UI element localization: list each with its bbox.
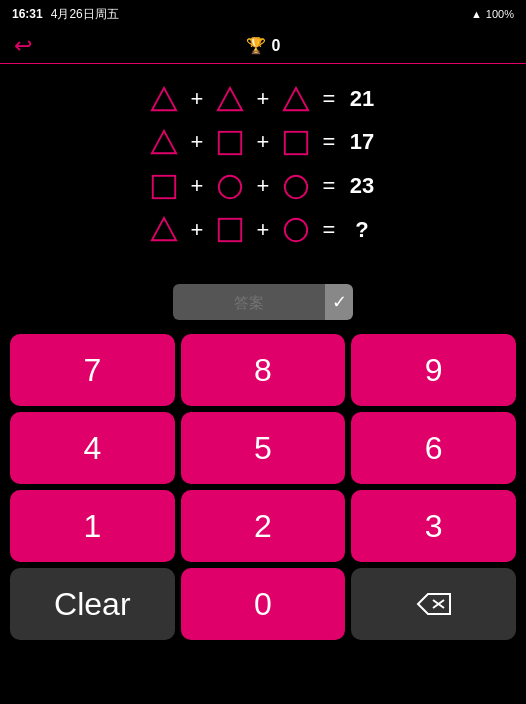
- svg-marker-12: [418, 594, 450, 614]
- shape-square: [215, 128, 245, 158]
- svg-point-8: [285, 176, 307, 198]
- shape-triangle: [215, 84, 245, 114]
- shape-circle: [281, 215, 311, 245]
- back-button[interactable]: ↩: [14, 33, 32, 59]
- equals: =: [321, 129, 337, 155]
- top-bar: ↩ 🏆 0: [0, 28, 526, 64]
- numpad-3[interactable]: 3: [351, 490, 516, 562]
- numpad-6[interactable]: 6: [351, 412, 516, 484]
- svg-rect-5: [285, 132, 307, 154]
- equals: =: [321, 86, 337, 112]
- result-3: 23: [347, 173, 377, 199]
- status-bar: 16:31 4月26日周五 ▲ 100%: [0, 0, 526, 28]
- puzzle-row-4: + + = ?: [60, 215, 466, 245]
- answer-input[interactable]: [173, 284, 325, 320]
- status-right: ▲ 100%: [471, 8, 514, 20]
- operator-plus: +: [189, 217, 205, 243]
- shape-triangle: [149, 128, 179, 158]
- operator-plus: +: [189, 86, 205, 112]
- numpad-5[interactable]: 5: [181, 412, 346, 484]
- numpad-9[interactable]: 9: [351, 334, 516, 406]
- result-2: 17: [347, 129, 377, 155]
- numpad-8[interactable]: 8: [181, 334, 346, 406]
- svg-marker-2: [284, 87, 308, 109]
- status-time: 16:31: [12, 7, 43, 21]
- trophy-icon: 🏆: [246, 36, 266, 55]
- shape-circle: [215, 171, 245, 201]
- confirm-button[interactable]: ✓: [325, 284, 353, 320]
- equals: =: [321, 173, 337, 199]
- backspace-icon: [416, 590, 452, 618]
- svg-rect-4: [219, 132, 241, 154]
- operator-plus: +: [189, 129, 205, 155]
- numpad: 7 8 9 4 5 6 1 2 3 Clear 0: [0, 328, 526, 646]
- answer-area: ✓: [173, 284, 353, 320]
- svg-marker-0: [152, 87, 176, 109]
- shape-square: [281, 128, 311, 158]
- shape-triangle: [281, 84, 311, 114]
- operator-plus: +: [255, 217, 271, 243]
- score-value: 0: [272, 37, 281, 55]
- operator-plus: +: [255, 86, 271, 112]
- battery-icon: 100%: [486, 8, 514, 20]
- numpad-4[interactable]: 4: [10, 412, 175, 484]
- puzzle-row-3: + + = 23: [60, 171, 466, 201]
- equals: =: [321, 217, 337, 243]
- shape-square: [149, 171, 179, 201]
- shape-triangle: [149, 84, 179, 114]
- puzzle-row-1: + + = 21: [60, 84, 466, 114]
- svg-rect-10: [219, 219, 241, 241]
- status-date: 4月26日周五: [51, 6, 119, 23]
- svg-marker-1: [218, 87, 242, 109]
- svg-point-7: [219, 176, 241, 198]
- shape-triangle: [149, 215, 179, 245]
- numpad-2[interactable]: 2: [181, 490, 346, 562]
- numpad-7[interactable]: 7: [10, 334, 175, 406]
- svg-point-11: [285, 219, 307, 241]
- shape-circle: [281, 171, 311, 201]
- clear-button[interactable]: Clear: [10, 568, 175, 640]
- shape-square: [215, 215, 245, 245]
- svg-marker-9: [152, 218, 176, 240]
- backspace-button[interactable]: [351, 568, 516, 640]
- score-container: 🏆 0: [246, 36, 281, 55]
- svg-rect-6: [153, 176, 175, 198]
- result-4: ?: [347, 217, 377, 243]
- numpad-0[interactable]: 0: [181, 568, 346, 640]
- result-1: 21: [347, 86, 377, 112]
- operator-plus: +: [255, 173, 271, 199]
- operator-plus: +: [189, 173, 205, 199]
- operator-plus: +: [255, 129, 271, 155]
- numpad-1[interactable]: 1: [10, 490, 175, 562]
- puzzle-row-2: + + = 17: [60, 128, 466, 158]
- puzzle-area: + + = 21 + + = 17 + +: [0, 64, 526, 264]
- wifi-icon: ▲: [471, 8, 482, 20]
- svg-marker-3: [152, 131, 176, 153]
